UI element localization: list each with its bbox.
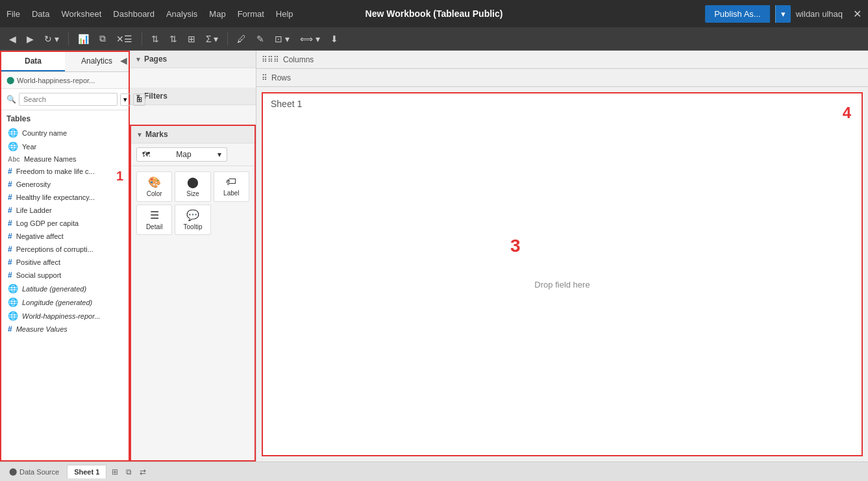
filters-section-header: ▼ Filters xyxy=(130,88,256,105)
publish-dropdown-button[interactable]: ▾ xyxy=(775,5,791,23)
close-button[interactable]: ✕ xyxy=(853,8,862,20)
mark-button-label: Label xyxy=(223,190,239,197)
field-icon: Abc xyxy=(8,156,20,163)
menu-dashboard[interactable]: Dashboard xyxy=(113,9,155,19)
sort-asc-button[interactable]: ⇅ xyxy=(147,31,163,47)
forward-button[interactable]: ▶ xyxy=(23,31,38,47)
field-item[interactable]: 🌐Latitude (generated) xyxy=(1,282,129,295)
highlight-button[interactable]: 🖊 xyxy=(233,31,250,47)
columns-shelf[interactable]: ⠿⠿⠿ Columns xyxy=(256,51,868,69)
fix-axis-button[interactable]: ⟺ ▾ xyxy=(296,31,324,47)
sum-button[interactable]: Σ ▾ xyxy=(202,31,223,47)
rows-icon: ⠿ xyxy=(262,73,267,82)
marks-type-row: 🗺 Map ▾ xyxy=(131,143,254,166)
menu-bar: File Data Worksheet Dashboard Analysis M… xyxy=(6,9,293,19)
field-item[interactable]: #Generosity xyxy=(1,178,129,191)
columns-icon: ⠿⠿⠿ xyxy=(262,55,279,64)
filter-button[interactable]: ▾ xyxy=(120,93,130,106)
toolbar-separator-1 xyxy=(68,32,69,45)
menu-map[interactable]: Map xyxy=(209,9,225,19)
sort-desc-button[interactable]: ⇅ xyxy=(166,31,181,47)
toolbar-separator-3 xyxy=(227,32,228,45)
field-icon: 🌐 xyxy=(8,128,18,138)
field-icon: # xyxy=(8,180,12,189)
new-worksheet-button[interactable]: 📊 xyxy=(74,31,93,47)
field-item[interactable]: 🌐World-happiness-repor... xyxy=(1,309,129,323)
field-name: Measure Values xyxy=(16,325,68,333)
clear-button[interactable]: ✕☰ xyxy=(112,31,136,47)
pages-section-header: ▼ Pages xyxy=(130,51,256,68)
marks-type-select[interactable]: 🗺 Map ▾ xyxy=(136,147,227,162)
pages-chevron: ▼ xyxy=(135,56,142,63)
duplicate-sheet-button[interactable]: ⧉ xyxy=(123,466,134,478)
field-item[interactable]: #Negative affect xyxy=(1,230,129,243)
toolbar: ◀ ▶ ↻ ▾ 📊 ⧉ ✕☰ ⇅ ⇅ ⊞ Σ ▾ 🖊 ✎ ⊡ ▾ ⟺ ▾ ⬇ 5… xyxy=(0,27,868,51)
field-icon: # xyxy=(8,271,12,280)
marks-label: Marks xyxy=(145,130,168,139)
menu-analysis[interactable]: Analysis xyxy=(166,9,197,19)
pages-content[interactable] xyxy=(130,68,256,88)
field-item[interactable]: #Life Ladder xyxy=(1,204,129,217)
menu-help[interactable]: Help xyxy=(276,9,293,19)
field-name: Negative affect xyxy=(16,232,64,240)
field-item[interactable]: #Log GDP per capita xyxy=(1,217,129,230)
data-source-tab[interactable]: ⬤ Data Source xyxy=(4,465,64,478)
menu-file[interactable]: File xyxy=(6,9,20,19)
field-item[interactable]: #Healthy life expectancy... xyxy=(1,191,129,204)
collapse-button[interactable]: ◀ xyxy=(120,55,127,66)
field-name: Social support xyxy=(16,271,62,279)
field-item[interactable]: 🌐Longitude (generated) xyxy=(1,295,129,309)
field-name: Measure Names xyxy=(24,155,77,163)
search-input[interactable] xyxy=(19,93,118,106)
mark-button-size[interactable]: ⬤Size xyxy=(175,171,210,202)
drop-zone[interactable]: Drop field here xyxy=(263,114,862,455)
redo-button[interactable]: ↻ ▾ xyxy=(40,31,63,47)
publish-as-button[interactable]: Publish As... xyxy=(705,5,770,23)
menu-format[interactable]: Format xyxy=(238,9,264,19)
fit-button[interactable]: ⊡ ▾ xyxy=(271,31,293,47)
field-item[interactable]: #Measure Values xyxy=(1,323,129,336)
back-button[interactable]: ◀ xyxy=(5,31,20,47)
field-item[interactable]: #Freedom to make life c... xyxy=(1,165,129,178)
field-name: World-happiness-repor... xyxy=(22,312,101,320)
field-item[interactable]: 🌐Year xyxy=(1,140,129,153)
download-button[interactable]: ⬇ xyxy=(327,31,342,47)
data-source-name: World-happiness-repor... xyxy=(17,77,95,84)
sort-fields-button[interactable]: ⊞ xyxy=(133,93,145,106)
sheet1-tab[interactable]: Sheet 1 xyxy=(67,465,106,478)
field-name: Longitude (generated) xyxy=(22,299,92,306)
mark-button-tooltip[interactable]: 💬Tooltip xyxy=(175,204,210,235)
field-icon: # xyxy=(8,258,12,267)
tab-analytics[interactable]: Analytics xyxy=(65,52,129,71)
group-button[interactable]: ⊞ xyxy=(184,31,199,47)
swap-data-button[interactable]: ⇄ xyxy=(137,466,149,478)
left-panel-tabs: Data Analytics ◀ xyxy=(1,52,129,72)
field-item[interactable]: 🌐Country name xyxy=(1,126,129,140)
mark-button-color[interactable]: 🎨Color xyxy=(136,171,172,202)
tab-data[interactable]: Data xyxy=(1,52,65,71)
marks-type-label: Map xyxy=(176,150,191,159)
toolbar-separator-2 xyxy=(142,32,142,45)
annotate-button[interactable]: ✎ xyxy=(253,31,268,47)
field-icon: # xyxy=(8,245,12,254)
menu-worksheet[interactable]: Worksheet xyxy=(61,9,101,19)
field-item[interactable]: AbcMeasure Names xyxy=(1,153,129,165)
field-item[interactable]: #Perceptions of corrupti... xyxy=(1,243,129,256)
sheet-title: Sheet 1 xyxy=(263,93,862,114)
field-name: Life Ladder xyxy=(16,206,52,214)
duplicate-button[interactable]: ⧉ xyxy=(95,31,110,47)
mark-button-label[interactable]: 🏷Label xyxy=(214,171,249,202)
mark-button-detail[interactable]: ☰Detail xyxy=(136,204,172,235)
new-sheet-button[interactable]: ⊞ xyxy=(109,466,121,478)
mark-button-label: Color xyxy=(147,190,162,197)
field-icon: # xyxy=(8,325,12,334)
menu-data[interactable]: Data xyxy=(32,9,49,19)
marks-section: ▼ Marks 🗺 Map ▾ 🎨Color⬤Size🏷Label☰Detail… xyxy=(130,125,256,462)
rows-shelf[interactable]: ⠿ Rows xyxy=(256,69,868,87)
filters-content[interactable] xyxy=(130,105,256,125)
field-item[interactable]: #Social support xyxy=(1,269,129,282)
field-name: Year xyxy=(22,143,36,151)
field-item[interactable]: #Positive affect xyxy=(1,256,129,269)
bottom-bar: ⬤ Data Source Sheet 1 ⊞ ⧉ ⇄ xyxy=(0,462,868,481)
app-title: New Workbook (Tableau Public) xyxy=(366,8,503,19)
